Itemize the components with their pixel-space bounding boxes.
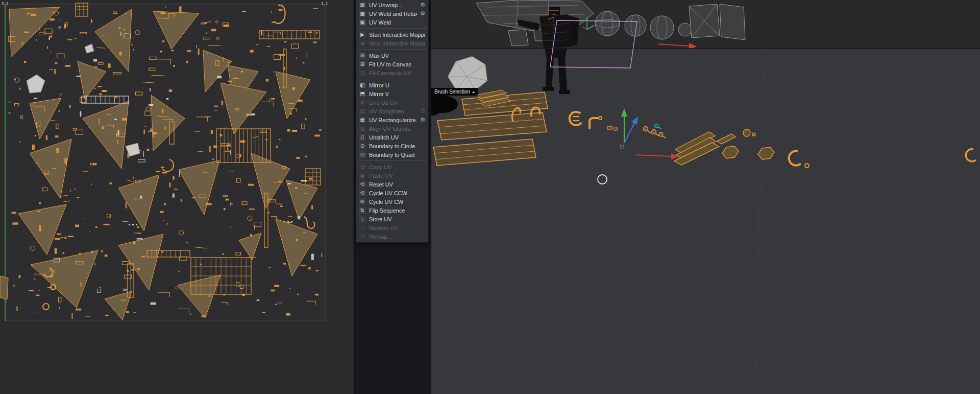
viewport-3d: Brush Selection ▸: [431, 0, 980, 394]
max-uv-icon: ⊠: [359, 52, 366, 59]
menu-item-label: Mirror V: [369, 91, 425, 97]
uv-context-menu: ▦UV Unwrap...⚙▩UV Weld and Relax...⚙▣UV …: [356, 0, 429, 243]
restore-uv-icon: ↑: [359, 224, 366, 231]
fit-uv-to-canvas-icon: ⊞: [359, 61, 366, 67]
uv-editor-panel: 0,1 1,1: [0, 0, 355, 394]
menu-item-fit-uv-to-canvas[interactable]: ⊞Fit UV to Canvas: [356, 60, 428, 68]
menu-item-label: Fit Canvas to UV: [369, 70, 425, 76]
menu-item-label: UV Weld: [369, 19, 425, 26]
submenu-arrow-icon: ▸: [473, 89, 475, 95]
brush-selection-tooltip: Brush Selection ▸: [431, 88, 478, 96]
menu-item-restore-uv: ↑Restore UV: [356, 223, 428, 232]
cycle-uv-cw-icon: ⟳: [359, 198, 366, 205]
menu-item-cycle-uv-ccw[interactable]: ⟲Cycle UV CCW: [356, 189, 428, 197]
boundary-to-circle-icon: ⊙: [359, 143, 366, 149]
menu-item-max-uv[interactable]: ⊠Max UV: [356, 51, 428, 60]
menu-item-start-interactive-mapping[interactable]: ▶Start Interactive Mapping: [356, 30, 428, 39]
menu-item-align-uv-islands: ▥Align UV Islands: [356, 124, 428, 133]
menu-item-label: Reset UV: [369, 181, 425, 188]
menu-item-label: Flip Sequence: [369, 207, 425, 214]
menu-separator: [357, 160, 427, 161]
gear-icon[interactable]: ⚙: [417, 2, 425, 8]
menu-item-label: Store UV: [369, 216, 425, 222]
menu-item-uv-unwrap[interactable]: ▦UV Unwrap...⚙: [356, 1, 428, 9]
viewport-top-band: [431, 0, 980, 50]
menu-item-copy-uv: ⧉Copy UV: [356, 163, 428, 171]
stop-interactive-mapping-icon: ■: [359, 40, 366, 47]
menu-separator: [357, 49, 427, 50]
uv-weld-icon: ▣: [359, 19, 366, 26]
menu-item-mirror-v[interactable]: ⬒Mirror V: [356, 89, 428, 98]
application-window: 0,1 1,1 ▦UV Unwrap...⚙▩UV Weld and Relax…: [0, 0, 980, 394]
menu-item-label: UV Rectangularize...: [369, 117, 417, 123]
wireframe-crates: [689, 4, 745, 40]
uv-canvas[interactable]: [0, 0, 355, 394]
mirror-v-icon: ⬒: [359, 90, 366, 97]
menu-item-uv-weld[interactable]: ▣UV Weld: [356, 18, 428, 27]
menu-item-paste-uv: ▣Paste UV: [356, 171, 428, 180]
menu-item-store-uv[interactable]: ↓Store UV: [356, 215, 428, 223]
menu-item-stop-interactive-mapping: ■Stop Interactive Mapping: [356, 39, 428, 48]
gear-icon[interactable]: ⚙: [417, 10, 425, 17]
menu-item-label: UV Unwrap...: [369, 2, 417, 8]
menu-item-label: UV Straighten...: [369, 108, 417, 114]
uv-coordinate-label-top-right: 1,1: [321, 1, 328, 6]
paste-uv-icon: ▣: [359, 172, 366, 179]
uv-weld-relax-icon: ▩: [359, 10, 366, 17]
menu-item-label: Boundary to Circle: [369, 143, 425, 149]
menu-item-label: Start Interactive Mapping: [369, 32, 425, 38]
menu-item-label: Fit UV to Canvas: [369, 61, 425, 67]
menu-item-label: UV Weld and Relax...: [369, 11, 417, 17]
menu-item-label: Unstitch UV: [369, 134, 425, 141]
unstitch-uv-icon: ▯: [359, 134, 366, 141]
menu-item-label: Remap...: [369, 234, 425, 240]
menu-item-reset-uv[interactable]: ⟲Reset UV: [356, 180, 428, 189]
menu-item-unstitch-uv[interactable]: ▯Unstitch UV: [356, 133, 428, 142]
menu-item-label: Mirror U: [369, 82, 425, 88]
uv-coordinate-label-top-left: 0,1: [2, 1, 9, 6]
gear-icon[interactable]: ⚙: [417, 117, 425, 123]
menu-item-boundary-to-quad[interactable]: ⊡Boundary to Quad: [356, 150, 428, 159]
uv-unwrap-icon: ▦: [359, 2, 366, 8]
gear-icon: ⚙: [417, 108, 425, 114]
uv-straighten-icon: ▤: [359, 108, 366, 114]
menu-item-label: Paste UV: [369, 173, 425, 179]
reset-uv-icon: ⟲: [359, 181, 366, 188]
menu-item-uv-straighten: ▤UV Straighten...⚙: [356, 107, 428, 115]
menu-item-flip-sequence[interactable]: ⇅Flip Sequence: [356, 206, 428, 215]
menu-item-label: Line Up UV: [369, 100, 425, 106]
menu-item-label: Cycle UV CCW: [369, 190, 425, 196]
copy-uv-icon: ⧉: [359, 164, 366, 170]
menu-item-label: Align UV Islands: [369, 126, 425, 132]
menu-item-uv-rectangularize[interactable]: ▦UV Rectangularize...⚙: [356, 115, 428, 124]
menu-item-label: Stop Interactive Mapping: [369, 40, 425, 47]
menu-item-fit-canvas-to-uv: ⊟Fit Canvas to UV: [356, 68, 428, 77]
brush-selection-label: Brush Selection: [434, 89, 470, 95]
mirror-u-icon: ◧: [359, 82, 366, 88]
align-uv-islands-icon: ▥: [359, 125, 366, 132]
menu-item-cycle-uv-cw[interactable]: ⟳Cycle UV CW: [356, 197, 428, 206]
menu-item-label: Boundary to Quad: [369, 152, 425, 158]
menu-item-label: Restore UV: [369, 225, 425, 231]
uv-rectangularize-icon: ▦: [359, 117, 366, 123]
fit-canvas-to-uv-icon: ⊟: [359, 69, 366, 76]
uv-islands[interactable]: [0, 0, 355, 394]
boundary-to-quad-icon: ⊡: [359, 151, 366, 158]
menu-separator: [357, 79, 427, 79]
menu-item-uv-weld-and-relax[interactable]: ▩UV Weld and Relax...⚙: [356, 9, 428, 18]
remap-icon: ⇢: [359, 233, 366, 240]
viewport-canvas[interactable]: [431, 0, 980, 394]
start-interactive-mapping-icon: ▶: [359, 31, 366, 38]
menu-item-label: Cycle UV CW: [369, 199, 425, 205]
menu-backdrop: ▦UV Unwrap...⚙▩UV Weld and Relax...⚙▣UV …: [355, 0, 431, 394]
menu-item-remap: ⇢Remap...: [356, 232, 428, 241]
menu-item-label: Copy UV: [369, 164, 425, 170]
menu-item-mirror-u[interactable]: ◧Mirror U: [356, 81, 428, 89]
menu-item-label: Max UV: [369, 53, 425, 59]
line-up-uv-icon: ≡: [359, 99, 366, 106]
cycle-uv-ccw-icon: ⟲: [359, 190, 366, 196]
flip-sequence-icon: ⇅: [359, 207, 366, 214]
menu-item-line-up-uv: ≡Line Up UV: [356, 98, 428, 107]
menu-separator: [357, 28, 427, 29]
menu-item-boundary-to-circle[interactable]: ⊙Boundary to Circle: [356, 142, 428, 150]
